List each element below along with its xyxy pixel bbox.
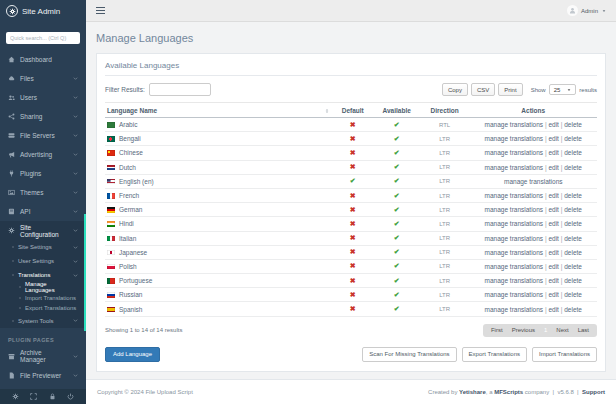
lock-button[interactable]	[49, 393, 56, 400]
edit-link[interactable]: edit	[548, 149, 558, 156]
column-header-language-name[interactable]: Language Name	[105, 103, 332, 118]
manage-translations-link[interactable]: manage translations	[485, 263, 544, 270]
delete-link[interactable]: delete	[564, 291, 582, 298]
delete-link[interactable]: delete	[564, 135, 582, 142]
sidebar-subsubitem-manage-languages[interactable]: Manage Languages	[0, 282, 86, 293]
manage-translations-link[interactable]: manage translations	[504, 178, 563, 185]
manage-translations-link[interactable]: manage translations	[485, 121, 544, 128]
sidebar-subsubitem-import-translations[interactable]: Import Translations	[0, 293, 86, 304]
delete-link[interactable]: delete	[564, 277, 582, 284]
manage-translations-link[interactable]: manage translations	[485, 220, 544, 227]
sidebar-subitem-user-settings[interactable]: User Settings	[0, 254, 86, 268]
delete-link[interactable]: delete	[564, 206, 582, 213]
sidebar-item-api[interactable]: API	[0, 202, 86, 221]
manage-translations-link[interactable]: manage translations	[485, 206, 544, 213]
edit-link[interactable]: edit	[548, 249, 558, 256]
sidebar-nav: DashboardFilesUsersSharingFile ServersAd…	[0, 50, 86, 221]
edit-link[interactable]: edit	[548, 192, 558, 199]
column-header-available[interactable]: Available	[374, 103, 420, 118]
manage-translations-link[interactable]: manage translations	[485, 249, 544, 256]
sidebar-item-advertising[interactable]: Advertising	[0, 145, 86, 164]
edit-link[interactable]: edit	[548, 277, 558, 284]
column-header-default[interactable]: Default	[332, 103, 374, 118]
sidebar-subsubitem-export-translations[interactable]: Export Translations	[0, 303, 86, 314]
brand-yetishare[interactable]: Yetishare	[459, 389, 486, 395]
table-footer: Showing 1 to 14 of 14 results FirstPrevi…	[105, 324, 597, 337]
delete-link[interactable]: delete	[564, 263, 582, 270]
edit-link[interactable]: edit	[548, 220, 558, 227]
delete-link[interactable]: delete	[564, 192, 582, 199]
edit-link[interactable]: edit	[548, 206, 558, 213]
page-last-button[interactable]: Last	[578, 327, 589, 333]
quick-search-input[interactable]	[6, 32, 80, 44]
support-link[interactable]: Support	[582, 389, 605, 395]
csv-button[interactable]: CSV	[471, 83, 495, 96]
sidebar-item-file-previewer[interactable]: File Previewer	[0, 366, 86, 385]
brand-mfscripts[interactable]: MFScripts	[494, 389, 523, 395]
edit-link[interactable]: edit	[548, 306, 558, 313]
sidebar-item-users[interactable]: Users	[0, 88, 86, 107]
sidebar-item-sharing[interactable]: Sharing	[0, 107, 86, 126]
delete-link[interactable]: delete	[564, 249, 582, 256]
print-button[interactable]: Print	[498, 83, 522, 96]
table-row: Bengali ✖ ✔ LTR manage translations | ed…	[105, 132, 597, 146]
page-1-button[interactable]: 1	[544, 327, 547, 333]
delete-link[interactable]: delete	[564, 121, 582, 128]
dutch-flag-icon	[107, 165, 115, 171]
sidebar-item-file-servers[interactable]: File Servers	[0, 126, 86, 145]
filter-input[interactable]	[149, 83, 211, 96]
sidebar-item-archive-manager[interactable]: Archive Manager	[0, 347, 86, 366]
config-submenu: Site SettingsUser SettingsTranslationsMa…	[0, 240, 86, 328]
sidebar-subitem-site-settings[interactable]: Site Settings	[0, 240, 86, 254]
manage-translations-link[interactable]: manage translations	[485, 149, 544, 156]
languages-table: Language Name Default Available Directio…	[105, 102, 597, 317]
app-logo[interactable]: Site Admin	[0, 0, 86, 22]
edit-link[interactable]: edit	[548, 235, 558, 242]
column-header-direction[interactable]: Direction	[420, 103, 470, 118]
export-translations-button[interactable]: Export Translations	[462, 347, 527, 362]
edit-link[interactable]: edit	[548, 121, 558, 128]
manage-translations-link[interactable]: manage translations	[485, 192, 544, 199]
gear-icon	[12, 393, 19, 400]
delete-link[interactable]: delete	[564, 149, 582, 156]
power-button[interactable]	[67, 393, 74, 400]
manage-translations-link[interactable]: manage translations	[485, 164, 544, 171]
manage-translations-link[interactable]: manage translations	[485, 277, 544, 284]
sidebar-item-site-configuration[interactable]: Site Configuration	[0, 221, 86, 240]
default-cell: ✖	[332, 288, 374, 302]
user-menu[interactable]: Admin	[567, 5, 606, 16]
edit-link[interactable]: edit	[548, 291, 558, 298]
sidebar-subitem-translations[interactable]: Translations	[0, 268, 86, 282]
check-icon: ✔	[350, 177, 356, 184]
manage-translations-link[interactable]: manage translations	[485, 306, 544, 313]
gear-button[interactable]	[12, 393, 19, 400]
edit-link[interactable]: edit	[548, 263, 558, 270]
delete-link[interactable]: delete	[564, 235, 582, 242]
delete-link[interactable]: delete	[564, 220, 582, 227]
sidebar-item-dashboard[interactable]: Dashboard	[0, 50, 86, 69]
sidebar-subitem-system-tools[interactable]: System Tools	[0, 314, 86, 328]
sort-icon[interactable]	[324, 108, 330, 114]
edit-link[interactable]: edit	[548, 135, 558, 142]
add-language-button[interactable]: Add Language	[105, 347, 160, 362]
delete-link[interactable]: delete	[564, 164, 582, 171]
page-size-select[interactable]: 25	[549, 84, 577, 95]
chev-icon	[73, 152, 78, 157]
delete-link[interactable]: delete	[564, 306, 582, 313]
page-previous-button[interactable]: Previous	[512, 327, 535, 333]
menu-toggle-icon[interactable]	[96, 7, 105, 15]
sidebar-item-themes[interactable]: Themes	[0, 183, 86, 202]
page-first-button[interactable]: First	[491, 327, 503, 333]
page-next-button[interactable]: Next	[556, 327, 568, 333]
expand-button[interactable]	[30, 393, 37, 400]
sidebar-item-plugins[interactable]: Plugins	[0, 164, 86, 183]
copy-button[interactable]: Copy	[442, 83, 468, 96]
manage-translations-link[interactable]: manage translations	[485, 235, 544, 242]
manage-translations-link[interactable]: manage translations	[485, 135, 544, 142]
manage-translations-link[interactable]: manage translations	[485, 291, 544, 298]
sidebar-item-files[interactable]: Files	[0, 69, 86, 88]
edit-link[interactable]: edit	[548, 164, 558, 171]
import-translations-button[interactable]: Import Translations	[532, 347, 597, 362]
bullhorn-icon	[8, 151, 15, 158]
scan-for-missing-translations-button[interactable]: Scan For Missing Translations	[362, 347, 456, 362]
